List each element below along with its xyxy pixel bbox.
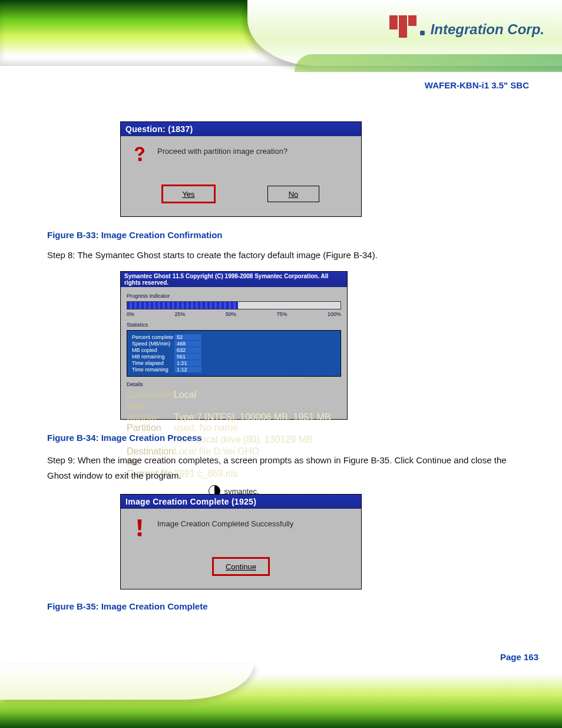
stat-v-4: 1:21 xyxy=(174,360,201,366)
page-number: Page 163 xyxy=(500,652,538,662)
ghost-icon xyxy=(293,341,330,379)
det-v-1: Type:7 [NTFS], 100006 MB, 1951 MB used, … xyxy=(174,412,341,433)
progress-bar-fill xyxy=(127,302,238,309)
stat-v-5: 1:12 xyxy=(174,367,201,373)
stat-k-3: MB remaining xyxy=(132,354,174,360)
dialog-complete-title: Image Creation Complete (1925) xyxy=(121,495,361,509)
figure-caption-33: Figure B-33: Image Creation Confirmation xyxy=(47,230,529,240)
stat-v-2: 632 xyxy=(174,347,201,353)
stat-k-5: Time remaining xyxy=(132,367,174,373)
stat-k-0: Percent complete xyxy=(132,334,174,340)
svg-rect-1 xyxy=(138,532,142,536)
page-footer-banner xyxy=(0,674,562,728)
page-header-banner: Integration Corp. xyxy=(0,0,562,66)
header-stripe xyxy=(295,54,562,72)
tick-0: 0% xyxy=(127,311,134,317)
dialog-complete: Image Creation Complete (1925) Image Cre… xyxy=(120,494,362,589)
step-8-text: Step 8: The Symantec Ghost starts to cre… xyxy=(47,250,515,260)
progress-label: Progress Indicator xyxy=(127,293,341,299)
stat-v-1: 468 xyxy=(174,341,201,347)
det-k-1: Source Partition xyxy=(127,412,174,433)
ghost-progress-window: Symantec Ghost 11.5 Copyright (C) 1998-2… xyxy=(120,271,348,420)
footer-swoop xyxy=(0,664,253,700)
figure-caption-34: Figure B-34: Image Creation Process xyxy=(47,433,529,443)
tick-25: 25% xyxy=(174,311,185,317)
tick-75: 75% xyxy=(276,311,287,317)
progress-ticks: 0% 25% 50% 75% 100% xyxy=(127,311,341,317)
stat-v-0: 52 xyxy=(174,334,201,340)
stats-label: Statistics xyxy=(127,322,341,328)
question-icon xyxy=(131,146,148,164)
step-9-text: Step 9: When the image creation complete… xyxy=(47,453,515,483)
dialog-complete-msg: Image Creation Completed Successfully xyxy=(157,519,293,528)
no-button-label: No xyxy=(289,190,299,199)
stat-v-3: 561 xyxy=(174,354,201,360)
exclamation-icon xyxy=(131,518,148,537)
dialog-proceed: Question: (1837) Proceed with partition … xyxy=(120,121,362,217)
det-v-0: Local xyxy=(174,390,341,411)
yes-button-label: Yes xyxy=(182,190,194,199)
brand-logo: Integration Corp. xyxy=(389,15,544,38)
doc-title: WAFER-KBN-i1 3.5" SBC xyxy=(33,80,529,90)
figure-caption-35: Figure B-35: Image Creation Complete xyxy=(47,601,529,611)
continue-button-label: Continue xyxy=(226,562,256,571)
stat-k-2: MB copied xyxy=(132,347,174,353)
tick-100: 100% xyxy=(328,311,341,317)
logo-bars-icon xyxy=(389,15,416,38)
logo-dot-icon xyxy=(420,31,425,35)
tick-50: 50% xyxy=(226,311,236,317)
det-k-0: Connection type xyxy=(127,390,174,411)
brand-text: Integration Corp. xyxy=(431,21,544,38)
stat-k-1: Speed (MB/min) xyxy=(132,341,174,347)
dialog-proceed-msg: Proceed with partition image creation? xyxy=(157,147,287,156)
dialog-proceed-title: Question: (1837) xyxy=(121,122,361,136)
continue-button[interactable]: Continue xyxy=(213,558,269,575)
stat-k-4: Time elapsed xyxy=(132,360,174,366)
yes-button[interactable]: Yes xyxy=(163,186,214,202)
details-label: Details xyxy=(127,381,341,387)
svg-rect-0 xyxy=(138,158,142,162)
ghost-title: Symantec Ghost 11.5 Copyright (C) 1998-2… xyxy=(121,272,347,287)
progress-bar xyxy=(127,301,341,309)
no-button[interactable]: No xyxy=(267,186,319,202)
